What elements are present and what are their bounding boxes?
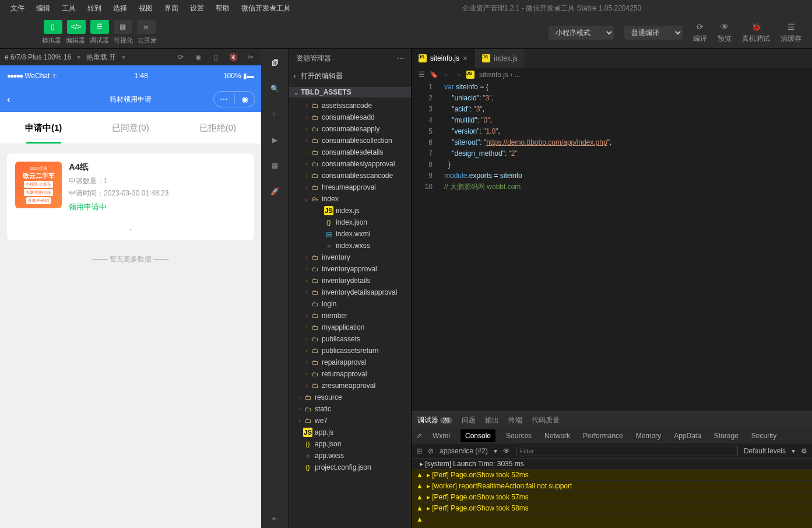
breadcrumb[interactable]: siteinfo.js › ... — [479, 71, 521, 79]
sim-refresh-icon[interactable]: ⟳ — [175, 51, 187, 63]
capsule-menu-icon[interactable]: ⋯ — [214, 95, 234, 104]
compile-button[interactable]: ⟳编译 — [693, 21, 707, 44]
eye-icon[interactable]: 👁 — [503, 447, 510, 455]
devtab-wxml[interactable]: Wxml — [430, 429, 452, 442]
mode-select[interactable]: 小程序模式 — [549, 26, 614, 40]
chevron-down-icon[interactable]: ⌄ — [15, 219, 246, 232]
devtab-sources[interactable]: Sources — [504, 429, 534, 442]
open-editors-section[interactable]: ›打开的编辑器 — [289, 70, 411, 82]
menu-view[interactable]: 视图 — [133, 4, 159, 13]
folder-consumableslyapproval[interactable]: ›🗀consumableslyapproval — [289, 158, 411, 170]
folder-inventorydetailsapproval[interactable]: ›🗀inventorydetailsapproval — [289, 286, 411, 298]
folder-resource[interactable]: ›🗀resource — [289, 391, 411, 403]
file-project.config.json[interactable]: {}project.config.json — [289, 461, 411, 473]
debug-tab-quality[interactable]: 代码质量 — [532, 415, 560, 425]
collapse-icon[interactable]: ⇤ — [266, 509, 284, 528]
menu-settings[interactable]: 设置 — [184, 4, 210, 13]
editor-toggle-button[interactable]: </> — [67, 20, 86, 34]
folder-consumablesadd[interactable]: ›🗀consumablesadd — [289, 111, 411, 123]
back-arrow-icon[interactable]: ← — [443, 71, 450, 79]
back-icon[interactable]: ‹ — [7, 93, 10, 106]
extensions-icon[interactable]: ▦ — [266, 156, 284, 175]
visual-toggle-button[interactable]: ▦ — [114, 20, 132, 34]
folder-inventorydetails[interactable]: ›🗀inventorydetails — [289, 275, 411, 286]
file-app.js[interactable]: JSapp.js — [289, 426, 411, 438]
devtab-performance[interactable]: Performance — [581, 429, 625, 442]
clear-cache-button[interactable]: ☰清缓存 — [781, 21, 802, 44]
menu-select[interactable]: 选择 — [107, 4, 133, 13]
project-root[interactable]: ⌄TBLD_ASSETS — [289, 87, 411, 97]
file-index.js[interactable]: JSindex.js — [289, 205, 411, 216]
folder-consumablesapply[interactable]: ›🗀consumablesapply — [289, 123, 411, 135]
explorer-icon[interactable]: 🗐 — [266, 54, 284, 72]
filter-input[interactable] — [516, 446, 738, 456]
tab-index-js[interactable]: JS index.js — [475, 49, 525, 68]
tab-pending[interactable]: 申请中(1) — [0, 112, 87, 144]
list-icon[interactable]: ☰ — [419, 71, 425, 79]
debug-tab-output[interactable]: 输出 — [485, 415, 499, 425]
console-output[interactable]: ▸ [system] Launch Time: 3035 ms▲▸ [Perf]… — [412, 459, 812, 528]
devtab-storage[interactable]: Storage — [712, 429, 741, 442]
request-card[interactable]: 2021优选 敬云二手车 小程序·企业车 电脑驾驶PC端 多商户·分销 A4纸 … — [7, 153, 254, 240]
folder-zresumeapproval[interactable]: ›🗀zresumeapproval — [289, 380, 411, 391]
debug-icon[interactable]: ▶ — [266, 131, 284, 149]
folder-static[interactable]: ›🗀static — [289, 403, 411, 415]
menu-edit[interactable]: 编辑 — [30, 4, 56, 13]
inspect-icon[interactable]: ⬀ — [416, 432, 422, 440]
folder-assetsscancode[interactable]: ›🗀assetsscancode — [289, 100, 411, 111]
devtab-security[interactable]: Security — [749, 429, 779, 442]
levels-select[interactable]: Default levels — [744, 447, 786, 455]
debugger-toggle-button[interactable]: ☰ — [90, 20, 109, 34]
sim-home-icon[interactable]: ◉ — [192, 51, 204, 63]
tab-approved[interactable]: 已同意(0) — [87, 112, 174, 144]
tab-rejected[interactable]: 已拒绝(0) — [174, 112, 261, 144]
menu-interface[interactable]: 界面 — [159, 4, 184, 13]
tab-siteinfo-js[interactable]: JS siteinfo.js × — [412, 49, 475, 68]
folder-consumablescollection[interactable]: ›🗀consumablescollection — [289, 135, 411, 146]
folder-inventoryapproval[interactable]: ›🗀inventoryapproval — [289, 263, 411, 275]
devtab-network[interactable]: Network — [542, 429, 572, 442]
file-app.json[interactable]: {}app.json — [289, 438, 411, 450]
folder-index[interactable]: ⌄🗁index — [289, 193, 411, 205]
devtab-appdata[interactable]: AppData — [672, 429, 704, 442]
close-icon[interactable]: × — [463, 54, 467, 63]
preview-button[interactable]: 👁预览 — [718, 21, 732, 44]
bookmark-icon[interactable]: 🔖 — [430, 71, 438, 79]
folder-consumablesscancode[interactable]: ›🗀consumablesscancode — [289, 170, 411, 181]
folder-returnapproval[interactable]: ›🗀returnapproval — [289, 368, 411, 380]
device-info[interactable]: e 6/7/8 Plus 100% 16 — [5, 53, 71, 61]
sim-device-icon[interactable]: ▯ — [210, 51, 222, 63]
menu-file[interactable]: 文件 — [5, 4, 30, 13]
folder-inventory[interactable]: ›🗀inventory — [289, 251, 411, 263]
forward-arrow-icon[interactable]: → — [455, 71, 462, 79]
devtab-memory[interactable]: Memory — [634, 429, 663, 442]
file-app.wxss[interactable]: ⟐app.wxss — [289, 450, 411, 461]
git-icon[interactable]: ⑂ — [266, 105, 284, 124]
console-top-icon[interactable]: ⊟ — [416, 447, 422, 455]
cloud-dev-button[interactable]: ∞ — [137, 20, 156, 34]
menu-help[interactable]: 帮助 — [210, 4, 235, 13]
folder-login[interactable]: ›🗀login — [289, 298, 411, 310]
file-index.json[interactable]: {}index.json — [289, 216, 411, 228]
file-index.wxml[interactable]: ▤index.wxml — [289, 228, 411, 240]
folder-consumablesdetails[interactable]: ›🗀consumablesdetails — [289, 146, 411, 158]
capsule-close-icon[interactable]: ◉ — [235, 95, 255, 104]
folder-publicassets[interactable]: ›🗀publicassets — [289, 333, 411, 345]
debug-tab-problems[interactable]: 问题 — [462, 415, 476, 425]
folder-myapplication[interactable]: ›🗀myapplication — [289, 321, 411, 333]
menu-goto[interactable]: 转到 — [82, 4, 107, 13]
debug-tab-terminal[interactable]: 终端 — [508, 415, 522, 425]
more-icon[interactable]: ⋯ — [397, 54, 404, 62]
remote-debug-button[interactable]: 🐞真机调试 — [742, 21, 770, 44]
folder-hresumeapproval[interactable]: ›🗀hresumeapproval — [289, 181, 411, 193]
gear-icon[interactable]: ⚙ — [801, 447, 807, 455]
folder-repairapproval[interactable]: ›🗀repairapproval — [289, 356, 411, 368]
folder-we7[interactable]: ›🗀we7 — [289, 415, 411, 426]
compile-select[interactable]: 普通编译 — [624, 26, 683, 40]
context-select[interactable]: appservice (#2) — [440, 447, 488, 455]
sim-audio-icon[interactable]: 🔇 — [227, 51, 239, 63]
menu-tools[interactable]: 工具 — [56, 4, 82, 13]
sim-cut-icon[interactable]: ✂ — [245, 51, 256, 63]
file-index.wxss[interactable]: ⟐index.wxss — [289, 240, 411, 251]
simulator-toggle-button[interactable]: ▯ — [44, 20, 62, 34]
